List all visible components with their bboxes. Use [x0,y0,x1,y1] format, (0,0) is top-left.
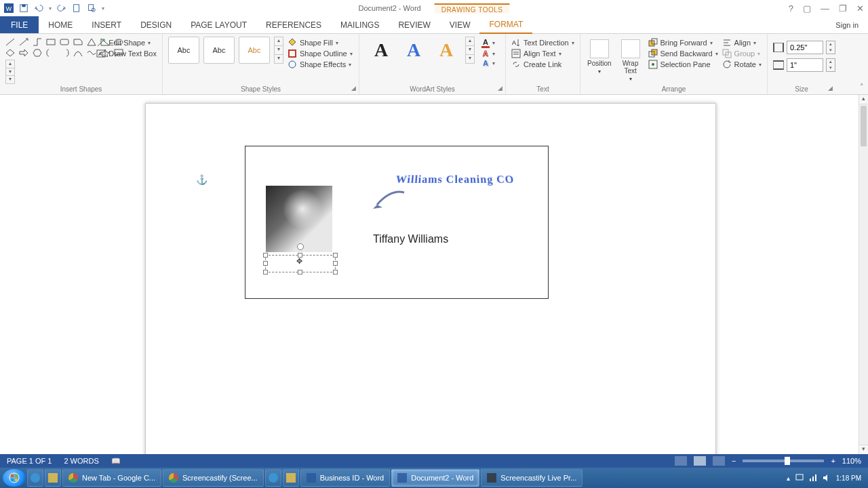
shape-fill-button[interactable]: Shape Fill▾ [288,38,353,47]
wa-scroll-up-icon[interactable]: ▴ [466,37,474,46]
shape-style-thumb[interactable]: Abc [239,37,270,64]
tray-network-icon[interactable] [809,474,817,482]
triangle-icon[interactable] [87,38,96,46]
create-link-button[interactable]: Create Link [511,60,574,69]
scroll-up-icon[interactable]: ▴ [859,95,868,104]
system-tray[interactable]: ▴ 1:18 PM [787,474,865,482]
collapse-ribbon-icon[interactable]: ˄ [860,83,864,92]
card-name-text[interactable]: Tiffany Williams [373,233,448,245]
text-outline-button[interactable]: A▾ [481,49,495,58]
width-spinner[interactable]: ▴▾ [826,58,835,72]
bring-forward-button[interactable]: Bring Forward▾ [648,38,718,47]
save-icon[interactable] [19,3,28,13]
resize-handle[interactable] [298,270,302,274]
curve-icon[interactable] [73,49,83,57]
business-card-shape[interactable]: Williams Cleaning CO Tiffany Williams ✥ [245,146,549,299]
text-direction-button[interactable]: AText Direction▾ [511,38,574,47]
qat-customize-icon[interactable]: ▾ [102,5,104,12]
proofing-icon[interactable]: 📖 [111,457,121,466]
zoom-in-icon[interactable]: + [831,457,835,465]
style-scroll-down-icon[interactable]: ▾ [275,46,283,55]
shapes-scroll-up-icon[interactable]: ▴ [6,60,14,68]
resize-handle[interactable] [298,253,302,258]
brace2-icon[interactable] [60,49,69,57]
taskbar-item-word1[interactable]: Business ID - Word [300,469,391,487]
tab-design[interactable]: DESIGN [131,16,181,33]
hexagon-icon[interactable] [33,49,42,57]
rotate-handle[interactable] [297,243,304,250]
tray-volume-icon[interactable] [823,474,831,482]
tab-file[interactable]: FILE [0,16,39,33]
view-read-mode-icon[interactable] [675,456,687,466]
minimize-button[interactable]: — [821,3,829,14]
selection-pane-button[interactable]: Selection Pane [648,60,718,69]
shape-style-thumb[interactable]: Abc [168,37,199,64]
wordart-thumb[interactable]: A [368,37,395,64]
close-button[interactable]: ✕ [856,3,864,14]
zoom-level[interactable]: 110% [842,457,861,465]
shape-styles-launcher-icon[interactable]: ◢ [351,85,356,92]
rounded-rect-icon[interactable] [60,38,69,46]
send-backward-button[interactable]: Send Backward▾ [648,49,718,58]
document-area[interactable]: ⚓ Williams Cleaning CO Tiffany Williams … [0,95,859,454]
text-effects-button[interactable]: A▾ [481,59,495,67]
shape-width-input[interactable] [787,58,823,72]
resize-handle[interactable] [333,261,338,266]
tab-view[interactable]: VIEW [440,16,480,33]
freeform-icon[interactable] [87,49,96,57]
brace-icon[interactable] [46,49,56,57]
rotate-button[interactable]: Rotate▾ [722,60,762,69]
wordart-launcher-icon[interactable]: ◢ [498,85,502,92]
line-arrow-icon[interactable] [19,38,28,46]
taskbar-item-generic[interactable] [283,469,299,487]
elbow-connector-icon[interactable] [33,38,42,46]
taskbar-item-ie2[interactable] [265,469,281,487]
resize-handle[interactable] [333,270,338,274]
shape-outline-button[interactable]: Shape Outline▾ [288,49,353,58]
tray-action-center-icon[interactable] [795,474,804,482]
portrait-photo[interactable] [266,186,332,252]
wrap-text-button[interactable]: Wrap Text▾ [617,37,644,82]
tab-review[interactable]: REVIEW [389,16,439,33]
tray-show-hidden-icon[interactable]: ▴ [787,474,790,482]
undo-icon[interactable] [34,3,43,13]
zoom-slider[interactable] [743,460,824,462]
undo-dropdown-icon[interactable]: ▾ [49,5,52,12]
style-scroll-up-icon[interactable]: ▴ [275,37,283,46]
taskbar-item-screencastify[interactable]: Screencastify (Scree... [163,469,264,487]
wa-more-icon[interactable]: ▾ [466,55,474,63]
restore-button[interactable]: ❐ [839,3,847,14]
wordart-thumb[interactable]: A [433,37,460,64]
vertical-scrollbar[interactable]: ▴ ▾ [859,95,868,454]
redo-icon[interactable] [57,3,66,13]
start-button[interactable] [3,469,26,487]
shape-height-input[interactable] [787,41,823,54]
taskbar-item-word2[interactable]: Document2 - Word [391,469,479,487]
page[interactable]: ⚓ Williams Cleaning CO Tiffany Williams … [145,103,716,454]
wordart-thumb[interactable]: A [400,37,427,64]
tray-clock[interactable]: 1:18 PM [836,474,861,482]
size-launcher-icon[interactable]: ◢ [828,85,833,92]
rectangle-icon[interactable] [46,38,56,46]
taskbar-item-screencastify-live[interactable]: Screencastify Live Pr... [481,469,583,487]
shapes-scroll-down-icon[interactable]: ▾ [6,68,14,77]
tab-page-layout[interactable]: PAGE LAYOUT [181,16,256,33]
zoom-out-icon[interactable]: − [732,457,736,465]
arrow-right-icon[interactable] [19,49,28,57]
align-text-button[interactable]: Align Text▾ [511,49,574,58]
style-more-icon[interactable]: ▾ [275,55,283,63]
zoom-slider-knob[interactable] [785,457,790,465]
view-web-layout-icon[interactable] [713,456,725,466]
shape-effects-button[interactable]: Shape Effects▾ [288,60,353,69]
shape-style-thumb[interactable]: Abc [203,37,235,64]
signin-link[interactable]: Sign in [835,16,868,33]
position-button[interactable]: Position▾ [586,37,613,75]
resize-handle[interactable] [333,253,338,258]
page-indicator[interactable]: PAGE 1 OF 1 [7,457,52,465]
draw-text-box-button[interactable]: ADraw Text Box [96,49,157,58]
taskbar-pinned-explorer[interactable] [45,469,61,487]
snip-rect-icon[interactable] [73,38,83,46]
new-doc-icon[interactable] [72,3,81,13]
help-icon[interactable]: ? [789,3,793,14]
scrollbar-thumb[interactable] [861,106,867,146]
